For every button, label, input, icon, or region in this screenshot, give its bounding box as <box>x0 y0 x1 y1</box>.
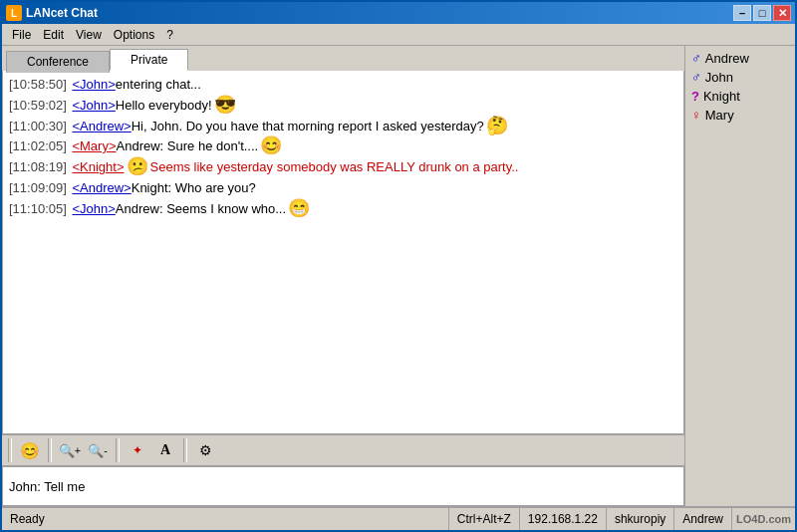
emoji-icon: 😁 <box>288 199 310 217</box>
user-name: Andrew <box>705 51 749 66</box>
title-bar-controls: – □ ✕ <box>733 5 791 21</box>
message-input[interactable] <box>9 479 677 494</box>
title-bar: L LANcet Chat – □ ✕ <box>2 2 795 24</box>
status-bar: Ready Ctrl+Alt+Z 192.168.1.22 shkuropiy … <box>2 506 795 530</box>
status-user: shkuropiy <box>607 508 674 530</box>
timestamp: [11:10:05] <box>9 199 67 220</box>
menu-options[interactable]: Options <box>108 26 160 44</box>
table-row: [10:59:02] <John> Hello everybody! 😎 <box>9 96 677 117</box>
username-link[interactable]: <Mary> <box>72 136 116 157</box>
close-button[interactable]: ✕ <box>773 5 791 21</box>
toolbar-grip <box>8 438 12 462</box>
menu-help[interactable]: ? <box>160 26 179 44</box>
table-row: [10:58:50] <John> entering chat... <box>9 75 677 96</box>
menu-view[interactable]: View <box>70 26 108 44</box>
timestamp: [10:58:50] <box>9 75 67 96</box>
message-text: Andrew: Sure he don't.... <box>117 136 259 157</box>
tab-bar: Conference Private <box>2 46 684 71</box>
user-name: John <box>705 70 733 85</box>
input-area <box>2 466 684 506</box>
watermark: LO4D.com <box>732 513 795 525</box>
zoom-out-button[interactable]: 🔍- <box>86 438 110 462</box>
gender-female-icon: ♀ <box>691 108 701 123</box>
username-link[interactable]: <John> <box>72 75 115 96</box>
minimize-button[interactable]: – <box>733 5 751 21</box>
message-text: Seems like yesterday somebody was REALLY… <box>150 157 519 178</box>
username-link[interactable]: <Knight> <box>72 157 124 178</box>
title-bar-text: L LANcet Chat <box>6 5 98 21</box>
menu-file[interactable]: File <box>6 26 37 44</box>
maximize-button[interactable]: □ <box>753 5 771 21</box>
user-item-john[interactable]: ♂ John <box>689 69 791 86</box>
timestamp: [11:09:09] <box>9 178 67 199</box>
chat-area: Conference Private [10:58:50] <John> ent… <box>2 46 685 506</box>
tab-conference[interactable]: Conference <box>6 51 110 73</box>
gender-unknown-icon: ? <box>691 89 699 104</box>
zoom-in-button[interactable]: 🔍+ <box>58 438 82 462</box>
emoji-icon: 😎 <box>214 96 236 114</box>
emoji-button[interactable]: 😊 <box>18 438 42 462</box>
emoji-icon: 🤔 <box>486 117 508 134</box>
table-row: [11:10:05] <John> Andrew: Seems I know w… <box>9 199 677 220</box>
status-ready: Ready <box>2 508 449 530</box>
tab-private[interactable]: Private <box>110 49 188 71</box>
message-text: Hi, John. Do you have that morning repor… <box>132 117 484 137</box>
gender-male-icon: ♂ <box>691 51 701 66</box>
user-item-knight[interactable]: ? Knight <box>689 88 791 105</box>
menu-edit[interactable]: Edit <box>37 26 70 44</box>
table-row: [11:08:19] <Knight> 😕 Seems like yesterd… <box>9 157 677 178</box>
message-text: Hello everybody! <box>116 96 212 117</box>
main-content: Conference Private [10:58:50] <John> ent… <box>2 46 795 506</box>
users-panel: ♂ Andrew ♂ John ? Knight ♀ Mary <box>685 46 795 506</box>
user-name: Knight <box>703 89 740 104</box>
emoji-icon: 😕 <box>127 157 148 175</box>
chat-messages: [10:58:50] <John> entering chat... [10:5… <box>2 71 684 434</box>
message-text: Knight: Who are you? <box>132 178 256 199</box>
main-window: L LANcet Chat – □ ✕ File Edit View Optio… <box>0 0 797 532</box>
toolbar-sep-3 <box>183 438 187 462</box>
table-row: [11:02:05] <Mary> Andrew: Sure he don't.… <box>9 136 677 157</box>
status-ip: 192.168.1.22 <box>520 508 607 530</box>
toolbar-sep-1 <box>48 438 52 462</box>
timestamp: [11:00:30] <box>9 117 67 137</box>
settings-button[interactable]: ⚙ <box>193 438 217 462</box>
status-shortcut: Ctrl+Alt+Z <box>449 508 520 530</box>
username-link[interactable]: <John> <box>72 96 115 117</box>
username-link[interactable]: <Andrew> <box>72 117 131 137</box>
timestamp: [11:08:19] <box>9 157 67 178</box>
app-icon: L <box>6 5 22 21</box>
message-text: Andrew: Seems I know who... <box>116 199 286 220</box>
message-text: entering chat... <box>116 75 201 96</box>
toolbar-sep-2 <box>116 438 120 462</box>
table-row: [11:00:30] <Andrew> Hi, John. Do you hav… <box>9 117 677 137</box>
user-item-andrew[interactable]: ♂ Andrew <box>689 50 791 67</box>
timestamp: [10:59:02] <box>9 96 67 117</box>
status-current-user: Andrew <box>674 508 732 530</box>
table-row: [11:09:09] <Andrew> Knight: Who are you? <box>9 178 677 199</box>
user-name: Mary <box>705 108 734 123</box>
emoji-icon: 😊 <box>260 136 282 154</box>
gender-male-icon: ♂ <box>691 70 701 85</box>
window-title: LANcet Chat <box>26 6 98 20</box>
user-item-mary[interactable]: ♀ Mary <box>689 107 791 124</box>
color-button[interactable]: ✦ <box>126 438 149 462</box>
username-link[interactable]: <John> <box>72 199 115 220</box>
menu-bar: File Edit View Options ? <box>2 24 795 46</box>
toolbar: 😊 🔍+ 🔍- ✦ A ⚙ <box>2 434 684 466</box>
username-link[interactable]: <Andrew> <box>72 178 131 199</box>
font-button[interactable]: A <box>153 438 177 462</box>
timestamp: [11:02:05] <box>9 136 67 157</box>
